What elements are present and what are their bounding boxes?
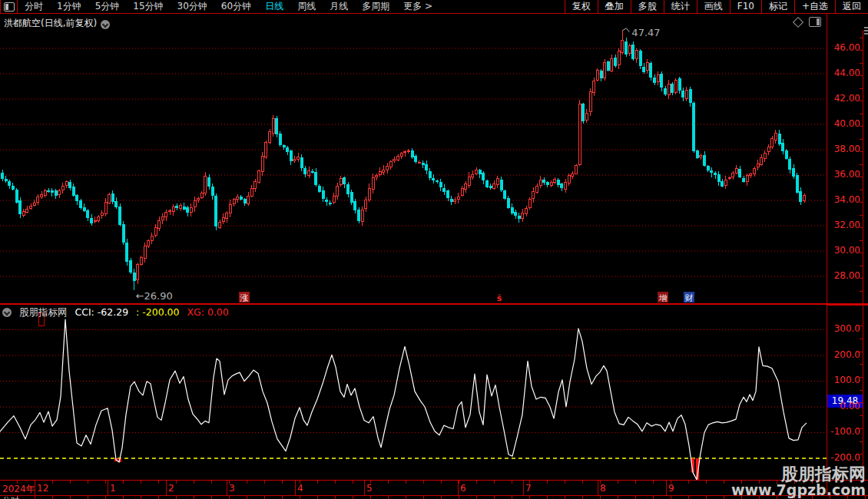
cci-tick--100.0: -100.0 [827, 426, 860, 437]
candlestick-chart[interactable]: 47.47←26.90涨ŝ增财 [0, 21, 827, 305]
month-divider [364, 481, 365, 495]
menu-item-月线[interactable]: 月线 [323, 0, 355, 13]
month-label-4: 4 [297, 483, 303, 494]
cci-threshold-label: : -200.00 [136, 306, 179, 318]
axis-separator [827, 304, 868, 306]
tools-menu: 复权叠加多股统计画线F10标记+自选返回 [565, 0, 868, 13]
menu-item-5分钟[interactable]: 5分钟 [88, 0, 127, 13]
menu-item-30分钟[interactable]: 30分钟 [171, 0, 214, 13]
menu-item-更多 >[interactable]: 更多 > [396, 0, 439, 13]
cci-tick-200.0: 200.0 [827, 349, 860, 360]
month-label-5: 5 [366, 483, 373, 494]
price-tick-40.00: 40.00 [827, 118, 860, 129]
month-divider [108, 481, 108, 495]
month-divider [35, 481, 35, 495]
cci-tick-0.00: 0.00 [827, 401, 860, 411]
menu-item-60分钟[interactable]: 60分钟 [214, 0, 258, 13]
menu-item-多股[interactable]: 多股 [631, 0, 664, 13]
month-divider [295, 481, 296, 495]
axis-ticks [860, 35, 863, 303]
menu-item-叠加[interactable]: 叠加 [598, 0, 631, 13]
window-layout-icon [4, 2, 15, 12]
stock-chart-app: 分时1分钟5分钟15分钟30分钟60分钟日线周线月线多周期更多 > 复权叠加多股… [0, 0, 868, 499]
high-annotation: 47.47 [631, 27, 660, 38]
menu-item-F10[interactable]: F10 [730, 0, 761, 13]
cci-value-label: CCI: -62.29 [75, 306, 128, 318]
month-label-7: 7 [525, 483, 532, 494]
menu-item-多周期[interactable]: 多周期 [355, 0, 396, 13]
month-label-1: 1 [110, 483, 116, 494]
price-tick-32.00: 32.00 [827, 220, 860, 230]
month-divider [666, 481, 667, 495]
month-label-2: 2 [168, 483, 174, 494]
menu-item-日线[interactable]: 日线 [258, 0, 290, 13]
menu-item-周线[interactable]: 周线 [290, 0, 323, 13]
month-label-8: 8 [600, 483, 606, 494]
price-tick-42.00: 42.00 [827, 93, 860, 104]
window-layout-button[interactable] [0, 0, 18, 13]
period-menu: 分时1分钟5分钟15分钟30分钟60分钟日线周线月线多周期更多 > [18, 0, 439, 13]
month-divider [523, 481, 524, 495]
menu-item-统计[interactable]: 统计 [664, 0, 697, 13]
month-label-6: 6 [460, 483, 466, 494]
cci-xg-label: XG: 0.00 [187, 306, 229, 318]
price-tick-44.00: 44.00 [827, 68, 860, 78]
axis-ticks [860, 318, 863, 480]
sub-ruler-label: 分时 [2, 495, 19, 499]
watermark-site-name: 股朋指标网 [731, 465, 866, 483]
price-tick-38.00: 38.00 [827, 144, 860, 154]
watermark-site-url: www.7gpzb.com [731, 483, 866, 498]
month-label-3: 3 [229, 483, 235, 494]
watermark: 股朋指标网 www.7gpzb.com [731, 465, 866, 498]
indicator-header: 股朋指标网 CCI: -62.29 : -200.00 XG: 0.00 [2, 306, 234, 318]
month-divider [166, 481, 167, 495]
menu-item-复权[interactable]: 复权 [565, 0, 598, 13]
month-label-9: 9 [668, 483, 674, 494]
menu-item-画线[interactable]: 画线 [697, 0, 730, 13]
low-annotation: ←26.90 [136, 290, 173, 302]
chevron-down-icon[interactable] [2, 308, 12, 317]
month-divider [227, 481, 227, 495]
event-marker-涨: 涨 [240, 293, 249, 303]
menu-item-返回[interactable]: 返回 [835, 0, 868, 13]
cci-tick-300.0: 300.0 [827, 323, 860, 334]
cci-tick--200.0: -200.0 [827, 452, 860, 463]
menu-item-标记[interactable]: 标记 [761, 0, 794, 13]
event-marker-财: 财 [685, 293, 694, 303]
month-divider [458, 481, 459, 495]
menu-item-+自选[interactable]: +自选 [794, 0, 835, 13]
price-tick-46.00: 46.00 [827, 42, 860, 53]
month-divider [598, 481, 598, 495]
minor-ticks [0, 481, 827, 484]
event-marker-增: 增 [659, 293, 668, 303]
month-label-2024年: 2024年 [2, 483, 35, 496]
cci-tick-100.0: 100.0 [827, 375, 860, 385]
axis-border-right [863, 30, 863, 480]
price-tick-28.00: 28.00 [827, 270, 860, 281]
price-tick-34.00: 34.00 [827, 194, 860, 205]
event-marker-ŝ: ŝ [497, 293, 502, 303]
cci-indicator-chart[interactable] [0, 305, 827, 480]
menu-item-1分钟[interactable]: 1分钟 [50, 0, 88, 13]
indicator-source: 股朋指标网 [19, 306, 68, 318]
month-label-12: 12 [37, 483, 48, 494]
price-tick-30.00: 30.00 [827, 245, 860, 256]
menu-item-15分钟[interactable]: 15分钟 [126, 0, 170, 13]
menu-item-分时[interactable]: 分时 [18, 0, 50, 13]
top-menubar: 分时1分钟5分钟15分钟30分钟60分钟日线周线月线多周期更多 > 复权叠加多股… [0, 0, 868, 14]
price-tick-36.00: 36.00 [827, 169, 860, 180]
